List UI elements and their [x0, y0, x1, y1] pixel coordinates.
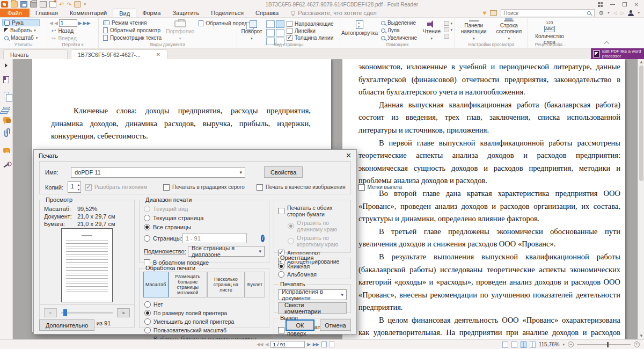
select-tool-button[interactable]: Выбрать ▾ — [2, 27, 40, 34]
rotate-button[interactable]: Поворот ▾ — [239, 19, 264, 41]
read-mode-button[interactable]: Режим чтения — [101, 19, 164, 26]
facing-layout-icon[interactable] — [521, 341, 526, 348]
open-folder-icon[interactable] — [11, 1, 18, 8]
pages-range-input[interactable] — [182, 233, 247, 243]
preview-slider-thumb[interactable] — [63, 309, 67, 316]
tab-scale[interactable]: Масштаб — [143, 272, 169, 297]
print-as-image-checkbox[interactable]: Печать в качестве изображения — [257, 184, 346, 191]
folder-search-icon[interactable] — [490, 10, 497, 16]
preview-next-button[interactable]: > — [117, 308, 130, 317]
grayscale-checkbox[interactable]: Печатать в градациях серого — [163, 184, 245, 191]
pages-radio-icon[interactable] — [144, 235, 150, 242]
gear-icon[interactable]: ⚙ — [598, 10, 604, 17]
fit-margins-radio[interactable]: По размеру полей принтера — [144, 310, 264, 316]
preview-prev-button[interactable]: < — [44, 308, 57, 317]
print-dialog-close-icon[interactable]: ✕ — [346, 151, 352, 159]
prev-page-icon[interactable]: ◀ — [54, 20, 58, 26]
zoom-out-icon[interactable]: − — [568, 341, 574, 347]
next-page-icon[interactable]: ▶ — [78, 20, 82, 26]
single-page-layout-icon[interactable] — [502, 341, 508, 348]
app-logo-icon[interactable] — [1, 1, 8, 8]
vertical-scrollbar[interactable]: ▲ ▼ — [638, 59, 644, 339]
bookmarks-panel-icon[interactable] — [3, 76, 9, 83]
print-icon[interactable] — [30, 1, 37, 8]
undo-icon[interactable]: ↶ — [59, 1, 64, 8]
advanced-button[interactable]: Дополнительно — [39, 319, 94, 331]
magnifier-button[interactable]: Увеличение — [379, 34, 419, 41]
forward-view-button[interactable]: ↪ Вперед — [49, 35, 91, 42]
zoom-in-icon[interactable]: + — [634, 341, 640, 347]
current-page-radio[interactable]: Текущая страница — [144, 215, 265, 221]
read-stop-icon[interactable] — [444, 34, 449, 39]
continuous-facing-view-icon[interactable] — [276, 29, 284, 37]
user-avatar-icon[interactable] — [628, 10, 634, 16]
pages-panel-icon[interactable] — [4, 92, 9, 98]
info-icon[interactable]: i — [261, 235, 265, 242]
landscape-radio[interactable]: Альбомная — [278, 271, 347, 278]
statusbar-prev-page-icon[interactable]: ◀ — [265, 342, 268, 347]
nav-panels-button[interactable]: Панели навигации ▾ — [457, 19, 491, 41]
favorite-heart-icon[interactable]: ♥ — [482, 9, 486, 17]
properties-button[interactable]: Свойства — [264, 166, 303, 178]
ribbon-page-input[interactable] — [59, 19, 77, 27]
read-aloud-button[interactable]: Чтение ▾ — [421, 19, 442, 41]
collapse-ribbon-icon[interactable] — [604, 41, 610, 47]
reverse-view-button[interactable]: Обратный просмотр — [101, 27, 164, 34]
read-prev-icon[interactable] — [444, 21, 449, 26]
subset-select[interactable]: Все страницы в диапазоне ▾ — [188, 246, 265, 257]
flip-short-radio[interactable]: Отразить по короткому краю — [288, 235, 347, 248]
zoom-tool-button[interactable]: Масштаб ▾ — [2, 34, 40, 41]
history-forward-icon[interactable]: ▷ — [621, 10, 625, 16]
previous-view-icon[interactable] — [321, 341, 327, 347]
status-bar-button[interactable]: Строка состояния ▾ — [493, 19, 526, 41]
last-page-icon[interactable]: ▶▶ — [83, 20, 91, 26]
statusbar-page-input[interactable] — [270, 341, 305, 348]
history-back-icon[interactable]: ◁ — [613, 10, 617, 16]
save-icon[interactable] — [20, 1, 27, 8]
current-view-radio[interactable]: Текущий вид — [144, 206, 265, 212]
continuous-facing-layout-icon[interactable] — [530, 341, 536, 348]
tab-file[interactable]: Файл — [0, 9, 30, 17]
statusbar-next-page-icon[interactable]: ▶ — [307, 342, 310, 347]
printer-select[interactable]: doPDF 11 ▾ — [71, 167, 245, 178]
portrait-radio[interactable]: Книжная — [278, 263, 347, 270]
tab-help[interactable]: Справка — [250, 9, 284, 17]
read-next-icon[interactable] — [444, 27, 449, 32]
summarize-comments-button[interactable]: Свести комментарии — [278, 302, 347, 314]
zoom-slider-thumb[interactable] — [607, 342, 609, 347]
copies-stepper[interactable]: 1 — [68, 181, 81, 193]
minimize-button[interactable] — [610, 4, 615, 5]
tab-tile[interactable]: Размещать большие страницы мозаикой — [169, 272, 207, 297]
line-weights-checkbox[interactable]: Толщина линии — [287, 35, 334, 41]
tab-start[interactable]: Начать — [3, 49, 68, 59]
back-view-button[interactable]: ↩ Назад — [49, 27, 91, 34]
tab-view[interactable]: Вид — [113, 9, 136, 17]
facing-page-view-icon[interactable] — [276, 20, 284, 28]
scale-none-radio[interactable]: Нет — [144, 301, 264, 308]
search-icon[interactable] — [587, 11, 591, 15]
edit-pdf-banner[interactable]: Edit PDF like a word processor — [591, 48, 644, 59]
zoom-slider[interactable] — [577, 344, 631, 345]
scroll-up-icon[interactable]: ▲ — [639, 60, 643, 64]
expand-panel-icon[interactable] — [5, 63, 8, 68]
zoom-percent[interactable]: 115,76% — [539, 341, 560, 347]
print-what-select[interactable]: Исправления в документе ▾ — [278, 289, 347, 300]
layers-panel-icon[interactable] — [3, 107, 10, 108]
continuous-view-icon[interactable] — [266, 29, 275, 37]
marquee-zoom-button[interactable]: Выделение — [379, 19, 419, 26]
collate-checkbox[interactable]: Разобрать по копиям — [85, 184, 147, 191]
scroll-down-icon[interactable]: ▼ — [639, 334, 643, 338]
tab-booklet[interactable]: Буклет — [245, 272, 265, 297]
all-pages-radio[interactable]: Все страницы — [144, 224, 265, 230]
portfolio-button[interactable]: Портфолио ▾ — [166, 19, 194, 41]
tab-close-icon[interactable]: ✕ — [149, 52, 160, 57]
tell-me-box[interactable]: Расскажите, что хотите сдел — [284, 9, 376, 17]
first-page-icon[interactable]: ◀ — [49, 20, 53, 26]
tab-comment[interactable]: Комментарий — [64, 9, 113, 17]
text-viewer-button[interactable]: Просмотрщик текста — [101, 34, 164, 41]
ok-button[interactable]: ОК — [286, 319, 314, 331]
single-page-view-icon[interactable] — [266, 20, 275, 28]
read-prev-dropdown-icon[interactable]: ▾ — [450, 21, 452, 26]
loupe-button[interactable]: Лупа — [379, 27, 419, 34]
signatures-panel-icon[interactable] — [3, 163, 9, 168]
